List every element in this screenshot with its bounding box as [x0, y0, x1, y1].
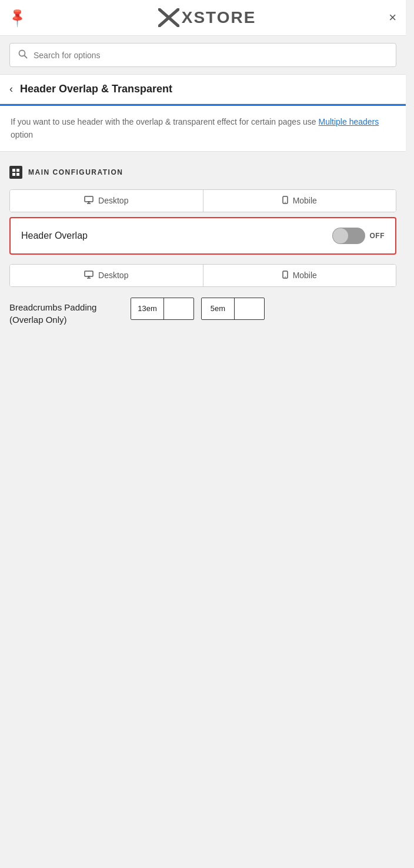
svg-point-19: [285, 276, 286, 278]
top-bar: 📌 XSTORE ×: [0, 0, 406, 36]
back-button[interactable]: ‹: [9, 83, 13, 95]
section-title: MAIN CONFIGURATION: [28, 168, 123, 176]
multiple-headers-link[interactable]: Multiple headers: [319, 117, 379, 126]
toggle-wrap: OFF: [332, 228, 385, 244]
svg-rect-8: [85, 196, 93, 202]
padding-input-pair-2: [201, 298, 265, 320]
toggle-knob: [333, 228, 348, 243]
mobile-icon-2: [282, 271, 288, 281]
header-overlap-toggle[interactable]: [332, 228, 365, 244]
empty-space: [0, 338, 406, 573]
padding-input-1[interactable]: [131, 298, 163, 319]
svg-rect-4: [12, 169, 15, 172]
overlap-row: Header Overlap OFF: [9, 217, 396, 255]
breadcrumbs-padding-row: Breadcrumbs Padding (Overlap Only): [9, 292, 396, 328]
mobile-icon-1: [282, 196, 288, 206]
desktop-icon-1: [84, 196, 94, 206]
tab-mobile-label-2: Mobile: [293, 271, 317, 280]
tab-desktop-label-2: Desktop: [98, 271, 128, 280]
search-input[interactable]: [34, 51, 388, 60]
logo: XSTORE: [158, 8, 256, 27]
info-text-after: option: [11, 130, 33, 139]
config-icon: [12, 168, 20, 176]
tab-desktop-1[interactable]: Desktop: [10, 190, 203, 212]
overlap-label: Header Overlap: [21, 231, 88, 241]
tab-desktop-label-1: Desktop: [98, 196, 128, 205]
svg-rect-7: [16, 173, 19, 176]
close-button[interactable]: ×: [389, 10, 396, 25]
section-icon: [9, 166, 22, 179]
breadcrumbs-label: Breadcrumbs Padding (Overlap Only): [9, 298, 121, 326]
svg-rect-14: [85, 271, 93, 276]
breadcrumbs-sublabel: (Overlap Only): [9, 315, 67, 325]
logo-text: XSTORE: [182, 8, 256, 27]
tab-group-2: Desktop Mobile: [9, 264, 396, 287]
svg-line-3: [25, 56, 27, 58]
padding-inputs: [131, 298, 265, 320]
logo-x-icon: [158, 8, 179, 27]
padding-input-2-empty: [235, 298, 264, 319]
info-box: If you want to use header with the overl…: [0, 106, 406, 152]
search-icon: [18, 49, 28, 61]
nav-title: Header Overlap & Transparent: [20, 83, 172, 95]
desktop-icon-2: [84, 271, 94, 281]
toggle-state-label: OFF: [370, 232, 385, 240]
tab-group-1: Desktop Mobile: [9, 189, 396, 212]
search-bar: [9, 43, 396, 67]
svg-rect-5: [16, 169, 19, 172]
tab-mobile-2[interactable]: Mobile: [203, 265, 396, 286]
svg-point-13: [285, 202, 286, 203]
tab-mobile-1[interactable]: Mobile: [203, 190, 396, 212]
padding-input-2[interactable]: [202, 298, 234, 319]
section-header: MAIN CONFIGURATION: [0, 156, 406, 185]
padding-input-1-empty: [164, 298, 193, 319]
svg-rect-6: [12, 173, 15, 176]
nav-back: ‹ Header Overlap & Transparent: [0, 74, 406, 104]
padding-input-pair-1: [131, 298, 194, 320]
breadcrumbs-label-text: Breadcrumbs Padding: [9, 302, 96, 312]
pin-icon: 📌: [6, 6, 28, 28]
tab-mobile-label-1: Mobile: [293, 196, 317, 205]
info-text-before: If you want to use header with the overl…: [11, 117, 319, 126]
tab-desktop-2[interactable]: Desktop: [10, 265, 203, 286]
